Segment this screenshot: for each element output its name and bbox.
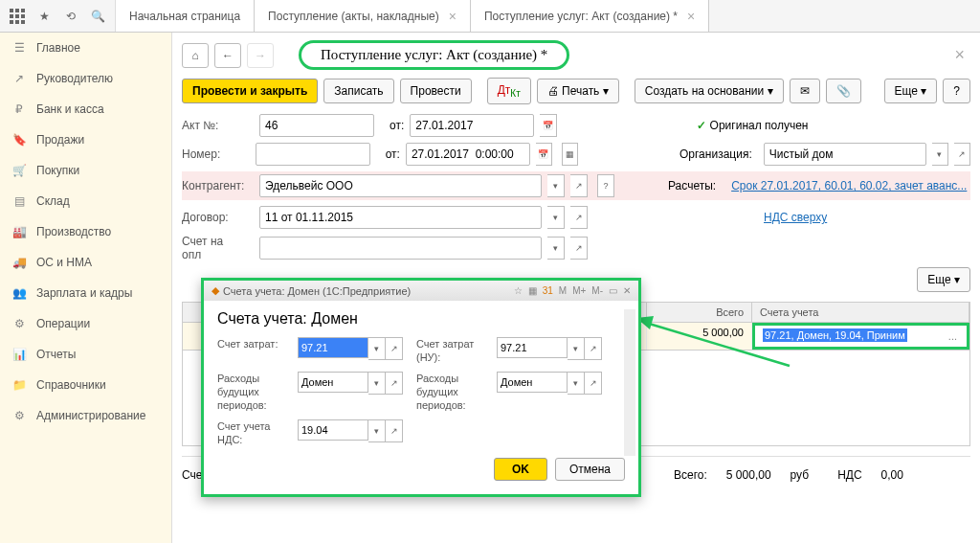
tool-icon[interactable]: M+ <box>572 285 586 296</box>
dropdown-icon[interactable]: ▾ <box>568 372 585 395</box>
open-icon[interactable]: ↗ <box>570 237 588 260</box>
more-table-button[interactable]: Еще ▾ <box>917 267 970 292</box>
sidebar-item-manager[interactable]: ↗Руководителю <box>0 63 171 94</box>
sidebar-item-sales[interactable]: 🔖Продажи <box>0 124 171 155</box>
total-label: Всего: <box>674 468 707 482</box>
nds-label: НДС <box>837 468 861 482</box>
tool-icon[interactable]: ▦ <box>528 285 537 296</box>
org-input[interactable] <box>764 143 926 166</box>
apps-icon[interactable] <box>6 5 29 28</box>
sidebar-item-ops[interactable]: ⚙Операции <box>0 308 171 339</box>
maximize-icon[interactable]: ▭ <box>609 285 617 296</box>
sidebar-item-reports[interactable]: 📊Отчеты <box>0 339 171 370</box>
dropdown-icon[interactable]: ▾ <box>568 337 585 360</box>
sidebar-item-warehouse[interactable]: ▤Склад <box>0 186 171 216</box>
open-icon[interactable]: ↗ <box>386 419 403 442</box>
sidebar-item-main[interactable]: ☰Главное <box>0 33 171 63</box>
open-icon[interactable]: ↗ <box>570 206 588 229</box>
gear-icon: ⚙ <box>11 408 27 423</box>
close-icon[interactable]: × <box>687 9 695 24</box>
mail-button[interactable]: ✉ <box>790 79 820 103</box>
back-button[interactable]: ← <box>214 43 241 68</box>
open-icon[interactable]: ↗ <box>570 174 588 197</box>
close-icon[interactable]: ✕ <box>623 285 631 296</box>
open-icon[interactable]: ↗ <box>386 372 403 395</box>
sidebar-item-assets[interactable]: 🚚ОС и НМА <box>0 247 171 278</box>
list-icon[interactable]: ▦ <box>562 143 578 166</box>
sidebar-item-purchases[interactable]: 🛒Покупки <box>0 155 171 186</box>
dropdown-icon[interactable]: ▾ <box>547 174 565 197</box>
schet-zatrat-nu-input[interactable] <box>497 337 568 358</box>
nds-link[interactable]: НДС сверху <box>764 211 827 224</box>
print-button[interactable]: 🖨 Печать ▾ <box>537 79 619 103</box>
close-icon[interactable]: × <box>449 9 457 24</box>
date1-input[interactable] <box>410 114 534 137</box>
gear-icon: ⚙ <box>11 316 27 331</box>
toolbar: Провести и закрыть Записать Провести ДтК… <box>182 78 970 104</box>
dropdown-icon[interactable]: ▾ <box>368 419 386 442</box>
schet-zatrat-label: Счет затрат: <box>217 337 284 351</box>
number-input[interactable] <box>256 143 370 166</box>
dialog-title-text: Счета учета: Домен (1С:Предприятие) <box>223 285 411 297</box>
rbp-input[interactable] <box>298 372 368 393</box>
tab-home[interactable]: Начальная страница <box>116 0 255 32</box>
forward-button[interactable]: → <box>247 43 274 68</box>
dropdown-icon[interactable]: ▾ <box>547 237 565 260</box>
dropdown-icon[interactable]: ▾ <box>932 143 948 166</box>
dialog-heading: Счета учета: Домен <box>217 310 625 328</box>
create-based-button[interactable]: Создать на основании ▾ <box>635 79 784 103</box>
sidebar-item-admin[interactable]: ⚙Администрирование <box>0 400 171 431</box>
attach-button[interactable]: 📎 <box>826 79 861 103</box>
open-icon[interactable]: ↗ <box>386 337 403 360</box>
tool-icon[interactable]: M <box>559 285 567 296</box>
tool-icon[interactable]: M- <box>591 285 603 296</box>
dropdown-icon[interactable]: ▾ <box>547 206 565 229</box>
calendar-icon[interactable]: 📅 <box>540 114 557 137</box>
dialog-scrollbar[interactable] <box>624 309 635 456</box>
tab-invoices[interactable]: Поступление (акты, накладные)× <box>255 0 471 32</box>
contragent-input[interactable] <box>259 174 542 197</box>
sidebar-item-hr[interactable]: 👥Зарплата и кадры <box>0 278 171 308</box>
close-button[interactable]: × <box>948 45 970 65</box>
open-icon[interactable]: ↗ <box>585 337 602 360</box>
sidebar-item-production[interactable]: 🏭Производство <box>0 216 171 247</box>
currency: руб <box>791 468 810 482</box>
page-title: Поступление услуг: Акт (создание) * <box>299 40 569 70</box>
report-icon: 📊 <box>11 347 27 362</box>
dropdown-icon[interactable]: ▾ <box>368 372 386 395</box>
check-icon[interactable]: ✓ <box>697 119 706 132</box>
tab-current[interactable]: Поступление услуг: Акт (создание) *× <box>471 0 709 32</box>
schet-opl-input[interactable] <box>259 237 542 260</box>
post-button[interactable]: Провести <box>400 79 472 103</box>
raschety-link[interactable]: Срок 27.01.2017, 60.01, 60.02, зачет ава… <box>731 179 967 192</box>
post-close-button[interactable]: Провести и закрыть <box>182 79 318 103</box>
help-button[interactable]: ? <box>943 79 970 103</box>
tool-icon[interactable]: ☆ <box>514 285 523 296</box>
help-icon[interactable]: ? <box>597 174 614 197</box>
rbp2-input[interactable] <box>497 372 568 393</box>
record-button[interactable]: Записать <box>323 79 393 103</box>
schet-zatrat-input[interactable] <box>298 337 368 358</box>
menu-icon: ☰ <box>11 40 27 56</box>
nds-input[interactable] <box>298 419 368 441</box>
home-button[interactable]: ⌂ <box>182 43 209 68</box>
search-icon[interactable]: 🔍 <box>86 5 109 28</box>
calendar-icon[interactable]: 📅 <box>536 143 552 166</box>
open-icon[interactable]: ↗ <box>585 372 602 395</box>
star-icon[interactable]: ★ <box>33 5 56 28</box>
act-no-input[interactable] <box>259 114 374 137</box>
more-button[interactable]: Еще ▾ <box>884 79 938 103</box>
sidebar-item-bank[interactable]: ₽Банк и касса <box>0 94 171 124</box>
date2-input[interactable] <box>406 143 530 166</box>
dropdown-icon[interactable]: ▾ <box>368 337 386 360</box>
factory-icon: 🏭 <box>11 224 27 239</box>
tool-icon[interactable]: 31 <box>543 285 553 296</box>
sidebar-item-refs[interactable]: 📁Справочники <box>0 370 171 400</box>
ok-button[interactable]: OK <box>494 458 547 481</box>
dt-kt-button[interactable]: ДтКт <box>487 78 531 104</box>
dialog-titlebar[interactable]: ◆ Счета учета: Домен (1С:Предприятие) ☆ … <box>204 281 638 301</box>
open-icon[interactable]: ↗ <box>954 143 970 166</box>
cancel-button[interactable]: Отмена <box>555 458 625 481</box>
dogovor-input[interactable] <box>259 206 542 229</box>
history-icon[interactable]: ⟲ <box>59 5 82 28</box>
